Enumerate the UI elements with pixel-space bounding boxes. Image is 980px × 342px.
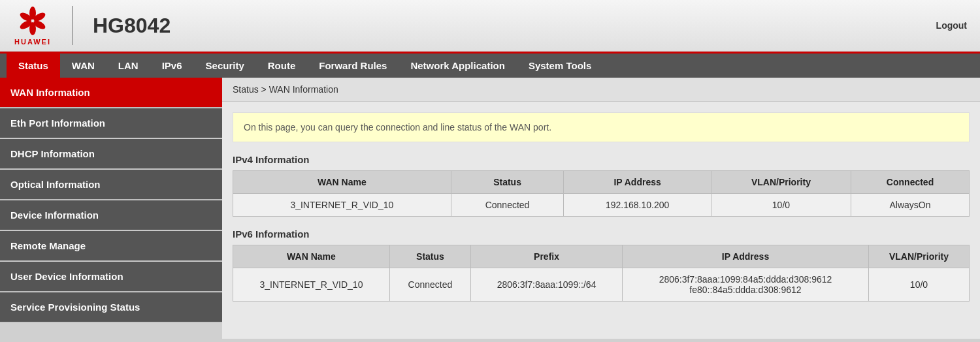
nav-item-security[interactable]: Security xyxy=(194,54,256,78)
ipv6-row-wan-name: 3_INTERNET_R_VID_10 xyxy=(233,268,390,302)
ipv6-col-vlan-priority: VLAN/Priority xyxy=(868,245,969,268)
ipv6-col-wan-name: WAN Name xyxy=(233,245,390,268)
header: HUAWEI HG8042 Logout xyxy=(0,0,980,52)
ipv4-table-header-row: WAN Name Status IP Address VLAN/Priority… xyxy=(233,171,970,194)
ipv4-row-wan-name: 3_INTERNET_R_VID_10 xyxy=(233,194,451,217)
sidebar-item-dhcp-information[interactable]: DHCP Information xyxy=(0,139,222,169)
sidebar-item-user-device-information[interactable]: User Device Information xyxy=(0,262,222,292)
ipv6-row-status: Connected xyxy=(389,268,470,302)
ipv6-col-status: Status xyxy=(389,245,470,268)
sidebar-item-wan-information[interactable]: WAN Information xyxy=(0,78,222,108)
sidebar-item-eth-port-information[interactable]: Eth Port Information xyxy=(0,108,222,138)
ipv6-ip-line1: 2806:3f7:8aaa:1099:84a5:ddda:d308:9612 xyxy=(659,274,832,285)
ipv6-col-prefix: Prefix xyxy=(471,245,623,268)
breadcrumb: Status > WAN Information xyxy=(222,78,980,102)
logo-area: HUAWEI xyxy=(13,5,52,46)
header-left: HUAWEI HG8042 xyxy=(13,5,171,46)
ipv4-table: WAN Name Status IP Address VLAN/Priority… xyxy=(233,170,970,217)
ipv4-col-status: Status xyxy=(451,171,564,194)
huawei-logo-icon xyxy=(13,5,52,38)
ipv4-col-vlan-priority: VLAN/Priority xyxy=(711,171,851,194)
ipv6-row-ip-address: 2806:3f7:8aaa:1099:84a5:ddda:d308:9612 f… xyxy=(623,268,869,302)
ipv4-row-vlan-priority: 10/0 xyxy=(711,194,851,217)
logo-text: HUAWEI xyxy=(14,38,51,46)
ipv6-section-title: IPv6 Information xyxy=(233,228,970,240)
nav-item-forward-rules[interactable]: Forward Rules xyxy=(307,54,399,78)
nav-item-lan[interactable]: LAN xyxy=(106,54,150,78)
device-title: HG8042 xyxy=(93,14,171,38)
ipv6-table: WAN Name Status Prefix IP Address VLAN/P… xyxy=(233,245,970,302)
nav-item-network-application[interactable]: Network Application xyxy=(399,54,516,78)
nav-item-system-tools[interactable]: System Tools xyxy=(517,54,603,78)
header-divider xyxy=(72,6,73,45)
ipv4-col-connected: Connected xyxy=(851,171,970,194)
nav-item-route[interactable]: Route xyxy=(256,54,308,78)
ipv6-col-ip-address: IP Address xyxy=(623,245,869,268)
ipv4-row-connected: AlwaysOn xyxy=(851,194,970,217)
ipv6-row-vlan-priority: 10/0 xyxy=(868,268,969,302)
ipv4-table-row: 3_INTERNET_R_VID_10 Connected 192.168.10… xyxy=(233,194,970,217)
logout-button[interactable]: Logout xyxy=(936,20,967,31)
ipv4-row-status: Connected xyxy=(451,194,564,217)
navbar: Status WAN LAN IPv6 Security Route Forwa… xyxy=(0,52,980,78)
sidebar-item-device-information[interactable]: Device Information xyxy=(0,200,222,230)
main-layout: WAN Information Eth Port Information DHC… xyxy=(0,78,980,339)
sidebar: WAN Information Eth Port Information DHC… xyxy=(0,78,222,339)
content-area: Status > WAN Information On this page, y… xyxy=(222,78,980,339)
sidebar-item-optical-information[interactable]: Optical Information xyxy=(0,170,222,200)
sidebar-item-service-provisioning-status[interactable]: Service Provisioning Status xyxy=(0,292,222,322)
ipv6-row-prefix: 2806:3f7:8aaa:1099::/64 xyxy=(471,268,623,302)
nav-item-status[interactable]: Status xyxy=(7,54,60,78)
ipv6-ip-line2: fe80::84a5:ddda:d308:9612 xyxy=(689,285,801,295)
ipv4-col-ip-address: IP Address xyxy=(564,171,711,194)
info-box: On this page, you can query the connecti… xyxy=(233,112,970,142)
ipv4-row-ip-address: 192.168.10.200 xyxy=(564,194,711,217)
sidebar-item-remote-manage[interactable]: Remote Manage xyxy=(0,231,222,261)
ipv6-table-header-row: WAN Name Status Prefix IP Address VLAN/P… xyxy=(233,245,970,268)
nav-item-wan[interactable]: WAN xyxy=(60,54,106,78)
ipv4-col-wan-name: WAN Name xyxy=(233,171,451,194)
ipv4-section-title: IPv4 Information xyxy=(233,154,970,165)
content-inner: On this page, you can query the connecti… xyxy=(222,102,980,324)
ipv6-table-row: 3_INTERNET_R_VID_10 Connected 2806:3f7:8… xyxy=(233,268,970,302)
nav-item-ipv6[interactable]: IPv6 xyxy=(150,54,194,78)
